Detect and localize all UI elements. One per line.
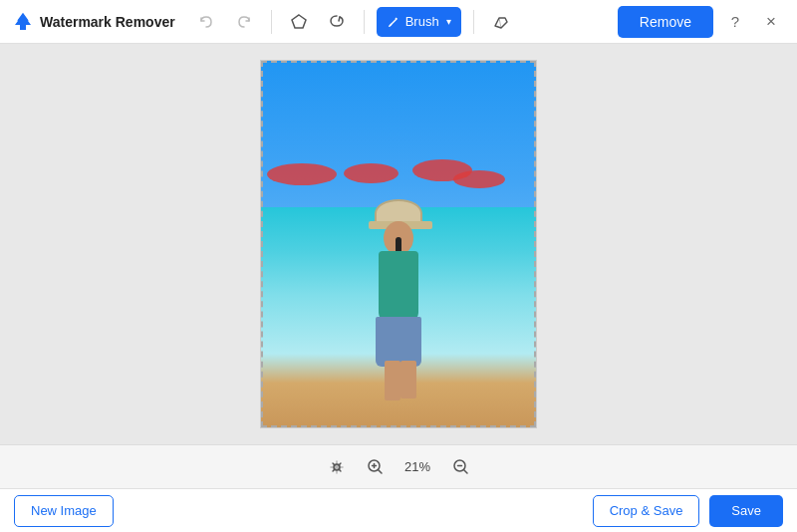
undo-icon [198,14,214,30]
svg-marker-0 [292,15,306,28]
watermark-blob-1 [267,163,337,185]
image-canvas[interactable] [260,60,537,428]
lasso-icon [328,13,346,31]
app-logo-area: Watermark Remover [12,11,175,33]
crop-save-button[interactable]: Crop & Save [593,495,700,527]
footer-right: Crop & Save Save [593,495,783,527]
help-button[interactable]: ? [721,8,749,36]
person-body [379,251,418,321]
main-canvas-area [0,44,797,444]
footer: New Image Crop & Save Save [0,488,797,532]
polygon-icon [290,13,308,31]
svg-line-1 [396,18,397,19]
question-mark-icon: ? [731,13,739,30]
undo-button[interactable] [191,7,221,37]
svg-line-10 [463,470,467,474]
pan-icon [328,458,346,476]
zoom-out-icon [452,458,469,475]
svg-line-7 [378,470,382,474]
close-button[interactable]: × [757,8,785,36]
zoom-percent: 21% [399,459,435,474]
pan-button[interactable] [324,454,350,480]
beach-scene [261,61,536,427]
brush-dropdown-arrow: ▾ [446,16,451,27]
header: Watermark Remover Brush ▾ [0,0,797,44]
watermark-blob-2 [344,163,398,183]
save-button[interactable]: Save [709,495,783,527]
divider-1 [271,10,272,34]
zoom-in-icon [367,458,384,475]
brush-label: Brush [405,14,439,29]
divider-3 [473,10,474,34]
zoom-toolbar: 21% [0,444,797,488]
remove-button[interactable]: Remove [618,6,713,38]
close-icon: × [766,12,776,32]
zoom-in-button[interactable] [362,454,388,480]
person-leg-right [400,361,416,399]
lasso-button[interactable] [322,7,352,37]
app-logo-icon [12,11,34,33]
app-title: Watermark Remover [40,14,175,30]
redo-icon [236,14,252,30]
person-figure [359,199,438,399]
new-image-button[interactable]: New Image [14,495,114,527]
eraser-button[interactable] [486,7,516,37]
svg-line-2 [499,18,501,28]
person-shorts [376,317,421,367]
redo-button[interactable] [229,7,259,37]
eraser-icon [492,13,510,31]
brush-button[interactable]: Brush ▾ [377,7,461,37]
divider-2 [364,10,365,34]
zoom-out-button[interactable] [447,454,473,480]
star-polygon-button[interactable] [284,7,314,37]
brush-icon [387,15,400,29]
person-leg-left [385,361,400,400]
